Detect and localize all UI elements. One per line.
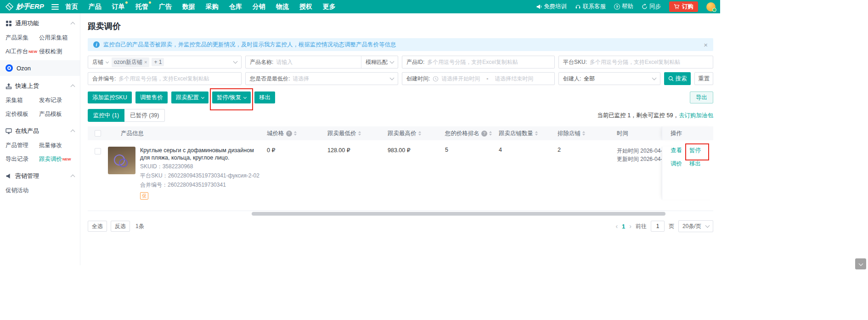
product-name-input[interactable]: 产品名称: 请输入 模糊匹配: [245, 56, 398, 69]
current-page[interactable]: 1: [622, 223, 625, 230]
sidebar-group-online-products[interactable]: 在线产品: [0, 124, 80, 138]
next-page-icon[interactable]: ›: [629, 223, 631, 230]
buy-addon-link[interactable]: 去订购加油包: [679, 112, 713, 119]
monitor-icon: [6, 128, 12, 134]
sort-icon[interactable]: [582, 131, 585, 136]
hamburger-menu-icon[interactable]: [51, 4, 59, 10]
sidebar-item-infringement-check[interactable]: 侵权检测: [39, 45, 80, 58]
sidebar-group-marketing[interactable]: 营销管理: [0, 169, 80, 183]
sidebar-item-pricing-template[interactable]: 定价模板: [6, 107, 39, 121]
help-link[interactable]: ? 帮助: [614, 3, 633, 11]
sidebar-item-publish-records[interactable]: 发布记录: [39, 93, 80, 107]
invert-selection-button[interactable]: 反选: [111, 221, 130, 232]
reset-button[interactable]: 重置: [694, 72, 713, 85]
action-row: 添加监控SKU 调整售价 跟卖配置 暂停/恢复 移出 导出: [88, 91, 713, 103]
nav-item-warehouse[interactable]: 仓库: [229, 3, 242, 11]
user-avatar[interactable]: [706, 2, 716, 11]
page-unit-label: 页: [669, 223, 674, 230]
select-all-checkbox[interactable]: [95, 130, 101, 137]
sidebar-item-collect-box[interactable]: 采集箱: [6, 93, 39, 107]
col-your-price-rank: 您的价格排名 ?: [439, 126, 493, 140]
nav-item-more[interactable]: 更多: [323, 3, 336, 11]
merge-number-input[interactable]: 合并编号: 多个用逗号分隔，支持Excel复制粘贴: [88, 72, 242, 85]
sidebar-platform-ozon[interactable]: Ozon: [0, 60, 80, 76]
remove-link[interactable]: 移出: [689, 160, 701, 168]
product-id-placeholder: 多个用逗号分隔，支持Excel复制粘贴: [427, 58, 518, 66]
search-button[interactable]: 搜索: [664, 72, 691, 85]
sidebar-item-promotions[interactable]: 促销活动: [6, 183, 39, 197]
creator-select[interactable]: 创建人: 全部: [558, 72, 660, 85]
product-text: Круглые серьги с дофаминовым дизайном дл…: [140, 147, 263, 200]
app-logo[interactable]: 妙手ERP: [6, 2, 44, 11]
follow-max-price-cell: 983.00 ₽: [382, 147, 439, 200]
monitor-summary: 当前已监控 1，剩余可监控 59，去订购加油包: [597, 112, 713, 120]
tab-monitoring[interactable]: 监控中 (1): [88, 109, 124, 122]
select-all-button[interactable]: 全选: [88, 221, 107, 232]
subscribe-button[interactable]: 订购: [669, 1, 698, 12]
sort-icon[interactable]: [418, 131, 421, 136]
view-link[interactable]: 查看: [671, 147, 682, 154]
sort-icon[interactable]: [358, 131, 361, 136]
sort-icon[interactable]: [294, 131, 297, 136]
nav-item-distribution[interactable]: 分销: [253, 3, 265, 11]
nav-item-managed[interactable]: 托管: [135, 3, 148, 11]
adjust-price-button[interactable]: 调整售价: [135, 91, 168, 103]
nav-item-orders[interactable]: 订单: [112, 3, 125, 11]
lowest-price-placeholder: 请选择: [293, 75, 309, 83]
page-size-select[interactable]: 20条/页: [678, 220, 713, 232]
create-time-range-picker[interactable]: 创建时间: 请选择开始时间 - 请选择结束时间: [402, 72, 555, 85]
sidebar-item-batch-edit[interactable]: 批量修改: [39, 138, 80, 152]
sidebar-item-ai-workbench[interactable]: AI工作台NEW: [6, 45, 39, 58]
nav-item-data[interactable]: 数据: [182, 3, 195, 11]
sidebar-group-general[interactable]: 通用功能: [0, 16, 80, 31]
shop-tag[interactable]: ozon新店铺×: [112, 57, 149, 67]
chevron-down-icon: [233, 59, 238, 64]
follow-sell-config-button[interactable]: 跟卖配置: [171, 91, 209, 103]
nav-item-purchase[interactable]: 采购: [206, 3, 219, 11]
horizontal-scrollbar-thumb[interactable]: [252, 212, 665, 216]
pause-resume-button[interactable]: 暂停/恢复: [212, 91, 251, 103]
goto-page-input[interactable]: [651, 221, 665, 232]
pause-resume-wrapper: 暂停/恢复: [212, 91, 251, 103]
ozon-label: Ozon: [17, 65, 31, 72]
sort-icon[interactable]: [535, 131, 538, 136]
sidebar-item-public-collect-box[interactable]: 公用采集箱: [39, 31, 80, 45]
free-training-link[interactable]: 免费培训: [536, 3, 567, 11]
add-monitor-sku-button[interactable]: 添加监控SKU: [88, 91, 132, 103]
match-mode-select[interactable]: 模糊匹配: [361, 56, 394, 68]
platform-sku-label: 平台SKU:: [563, 58, 587, 66]
sort-icon[interactable]: [489, 131, 492, 136]
contact-support-link[interactable]: 联系客服: [575, 3, 606, 11]
sidebar-item-follow-sell-pricing[interactable]: 跟卖调价NEW: [39, 152, 80, 166]
platform-sku-input[interactable]: 平台SKU: 多个用逗号分隔，支持Excel复制粘贴: [558, 56, 713, 69]
pagination: ‹ 1 › 前往 页 20条/页: [615, 220, 713, 232]
adjust-price-link[interactable]: 调价: [671, 160, 682, 168]
tab-paused[interactable]: 已暂停 (39): [124, 109, 165, 122]
question-icon[interactable]: ?: [481, 131, 487, 137]
remove-button[interactable]: 移出: [254, 91, 275, 103]
sidebar-group-quick-listing[interactable]: 快速上货: [0, 79, 80, 93]
sidebar-item-product-collect[interactable]: 产品采集: [6, 31, 39, 45]
nav-item-authorization[interactable]: 授权: [299, 3, 312, 11]
question-icon[interactable]: ?: [286, 131, 292, 137]
sidebar-item-product-management[interactable]: 产品管理: [6, 138, 39, 152]
scroll-corner-button[interactable]: [855, 258, 866, 269]
prev-page-icon[interactable]: ‹: [615, 223, 618, 230]
sidebar-item-product-template[interactable]: 产品模板: [39, 107, 80, 121]
nav-item-logistics[interactable]: 物流: [276, 3, 289, 11]
row-checkbox[interactable]: [95, 148, 101, 154]
sync-link[interactable]: 同步: [642, 3, 661, 11]
pause-link[interactable]: 暂停: [689, 147, 701, 154]
help-label: 帮助: [622, 3, 633, 11]
close-icon[interactable]: ×: [704, 41, 708, 49]
sidebar-item-export-records[interactable]: 导出记录: [6, 152, 39, 166]
nav-item-home[interactable]: 首页: [65, 3, 78, 11]
top-navbar: 妙手ERP 首页 产品 订单 托管 广告 数据 采购 仓库 分销 物流 授权 更…: [0, 0, 720, 13]
export-button[interactable]: 导出: [690, 91, 713, 103]
nav-item-ads[interactable]: 广告: [159, 3, 172, 11]
lowest-price-select[interactable]: 您是否是最低价: 请选择: [245, 72, 398, 85]
product-id-input[interactable]: 产品ID: 多个用逗号分隔，支持Excel复制粘贴: [402, 56, 555, 69]
close-icon[interactable]: ×: [144, 59, 147, 65]
shop-filter-select[interactable]: 店铺 ozon新店铺× + 1: [88, 56, 242, 69]
nav-item-products[interactable]: 产品: [89, 3, 101, 11]
